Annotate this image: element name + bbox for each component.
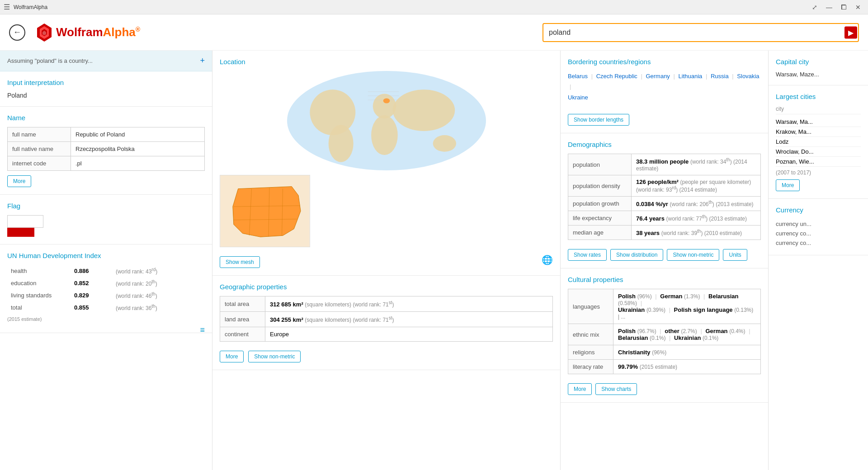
search-input[interactable] [542,23,859,42]
list-item: Lodz [776,137,861,147]
logo-superscript: ® [136,26,140,33]
show-non-metric-button[interactable]: Show non-metric [667,249,719,261]
world-map-wrapper [220,71,553,247]
input-interpretation-value: Poland [7,92,205,99]
cultural-actions: More Show charts [568,379,761,395]
far-right-panel: Capital city Warsaw, Maze... Largest cit… [769,51,868,470]
city-col-header: city [776,106,861,114]
list-item: Poznan, Wie... [776,157,861,167]
titlebar-title: WolframAlpha [14,4,47,10]
svg-point-5 [328,125,353,162]
geo-actions: More Show non-metric [220,346,553,362]
lang-label: languages [568,289,613,324]
maximize-btn[interactable]: ⧠ [837,3,850,12]
largest-cities-section: Largest cities city Warsaw, Ma... Krakow… [769,85,868,199]
hamburger-icon[interactable]: ☰ [4,3,10,11]
map-controls: Show mesh 🌐 [220,252,553,268]
country-link-slovakia[interactable]: Slovakia [737,73,759,80]
table-row: population density 126 people/km² (peopl… [568,175,761,197]
capital-value: Warsaw, Maze... [776,71,861,78]
geo-show-non-metric-button[interactable]: Show non-metric [248,351,301,362]
name-row-internetcode-label: internet code [8,156,71,171]
show-border-lengths-button[interactable]: Show border lengths [568,114,629,126]
demo-growth-label: population growth [568,197,632,211]
search-submit-button[interactable]: ▶ [844,26,857,38]
wolfram-logo-icon [34,23,54,42]
currency-section: Currency currency un... currency co... c… [769,199,868,255]
cities-more-button[interactable]: More [776,179,800,191]
name-row-nativename-label: full native name [8,142,71,156]
geo-more-button[interactable]: More [220,351,244,362]
flag-section-title: Flag [7,202,205,210]
demo-pop-label: population [568,154,632,175]
table-row: life expectancy 76.4 years (world rank: … [568,211,761,226]
hdi-total-note: (world rank: 36th) [112,301,205,314]
name-row-nativename-value: Rzeczpospolita Polska [71,142,205,156]
list-icon[interactable]: ≡ [200,325,205,335]
show-mesh-button[interactable]: Show mesh [220,256,260,268]
table-row: literacy rate 99.79% (2015 estimate) [568,360,761,374]
geo-totalarea-label: total area [220,296,265,312]
hdi-total-label: total [7,301,71,314]
svg-point-4 [310,89,355,135]
center-panel: Location [212,51,561,470]
hdi-total-value: 0.855 [71,301,112,314]
name-section-title: Name [7,114,205,122]
lang-value: Polish (96%) | German (1.3%) | Belarusia… [613,289,761,324]
hdi-section: UN Human Development Index health 0.886 … [0,244,212,333]
religion-label: religions [568,345,613,360]
hdi-education-value: 0.852 [71,277,112,289]
country-link-belarus[interactable]: Belarus [568,73,588,80]
capital-title: Capital city [776,58,861,66]
table-row: population growth 0.0384 %/yr (world ran… [568,197,761,211]
minimize-btn[interactable]: — [823,3,835,12]
country-link-russia[interactable]: Russia [711,73,729,80]
city-list: Warsaw, Ma... Krakow, Ma... Lodz Wroclaw… [776,117,861,167]
name-row-fullname-label: full name [8,127,71,142]
largest-cities-title: Largest cities [776,93,861,100]
hdi-living-note: (world rank: 46th) [112,289,205,301]
globe-icon[interactable]: 🌐 [542,254,553,265]
svg-point-8 [392,89,455,131]
show-distribution-button[interactable]: Show distribution [610,249,663,261]
name-more-button[interactable]: More [7,175,31,187]
table-row: continent Europe [220,327,553,342]
close-btn[interactable]: ✕ [852,3,864,12]
cultural-more-button[interactable]: More [568,383,592,395]
name-table: full name Republic of Poland full native… [7,127,205,171]
left-panel: Assuming "poland" is a country... + Inpu… [0,51,212,470]
hdi-table: health 0.886 (world rank: 43rd) educatio… [7,265,205,314]
religion-value: Christianity (96%) [613,345,761,360]
main-content: Assuming "poland" is a country... + Inpu… [0,51,868,470]
country-link-lithuania[interactable]: Lithuania [679,73,703,80]
table-row: population 38.3 million people (world ra… [568,154,761,175]
back-button[interactable]: ← [9,24,25,41]
country-link-germany[interactable]: Germany [646,73,670,80]
country-link-czech[interactable]: Czech Republic [596,73,637,80]
resize-icon-btn[interactable]: ⤢ [808,3,821,12]
assuming-plus-btn[interactable]: + [200,56,205,66]
geo-section-title: Geographic properties [220,283,553,291]
country-links: Belarus | Czech Republic | Germany | Lit… [568,71,761,103]
literacy-value: 99.79% (2015 estimate) [613,360,761,374]
name-row-internetcode-value: .pl [71,156,205,171]
svg-point-9 [433,135,456,152]
flag-red-stripe [7,228,34,237]
currency-row-1: currency un... [776,219,861,229]
table-row: living standards 0.829 (world rank: 46th… [7,289,205,301]
currency-title: Currency [776,206,861,214]
logo-alpha: Alpha [103,25,136,39]
units-button[interactable]: Units [723,249,747,261]
show-charts-button[interactable]: Show charts [595,383,637,395]
demo-density-label: population density [568,175,632,197]
search-wrapper: ▶ [542,23,859,42]
hdi-health-note: (world rank: 43rd) [112,265,205,277]
hdi-living-label: living standards [7,289,71,301]
search-input-wrapper: ▶ [542,23,859,42]
hdi-education-note: (world rank: 20th) [112,277,205,289]
country-link-ukraine[interactable]: Ukraine [568,94,588,101]
demo-growth-value: 0.0384 %/yr (world rank: 206th) (2013 es… [632,197,761,211]
hdi-section-title: UN Human Development Index [7,252,205,259]
demo-medianage-label: median age [568,226,632,240]
show-rates-button[interactable]: Show rates [568,249,607,261]
